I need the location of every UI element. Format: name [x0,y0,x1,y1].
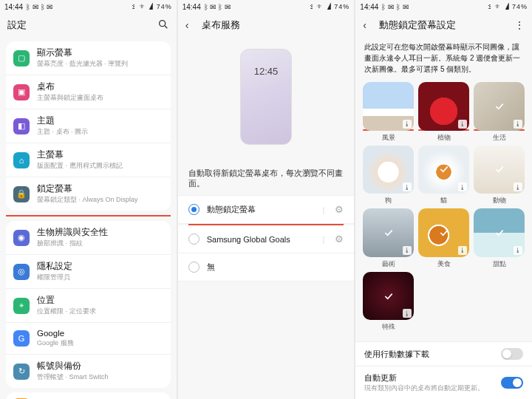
download-icon: ⭳ [458,183,467,191]
settings-row[interactable]: ▣桌布主螢幕與鎖定畫面桌布 [6,75,171,109]
more-icon[interactable]: ⋮ [514,19,525,31]
gear-icon[interactable]: ⚙ [335,204,344,215]
check-icon [493,163,506,176]
settings-row[interactable]: ↻帳號與備份管理帳號 · Smart Switch [6,354,171,388]
status-time: 14:44 [360,3,378,11]
search-icon[interactable] [157,18,169,33]
category-tile[interactable]: ⭳藝術 [363,208,414,269]
status-left-icons: ᛒ ✉ ᛒ ✉ [26,3,52,11]
settings-row[interactable]: ⌂主螢幕版面配置 · 應用程式圖示標記 [6,143,171,177]
tile-thumb[interactable]: ⭳ [418,82,469,131]
row-sub: Google 服務 [37,338,163,348]
auto-update-switch[interactable] [501,377,523,389]
wallpaper-option[interactable]: Samsung Global Goals|⚙ [178,225,355,253]
category-tile[interactable]: ⭳貓 [418,146,469,206]
highlight-line [6,215,171,216]
check-icon [437,163,451,176]
header: 設定 [0,13,177,37]
status-right-icons: ⟟ ᯤ ◢ 74% [132,3,172,10]
row-title: 桌布 [37,81,163,92]
row-icon: G [13,330,30,347]
mobile-data-row[interactable]: 使用行動數據下載 [355,341,532,366]
check-icon [437,226,451,239]
wallpaper-option[interactable]: 無 [178,253,355,282]
status-time: 14:44 [4,3,23,11]
tile-thumb[interactable]: ⭳ [474,82,525,131]
settings-row[interactable]: GGoogleGoogle 服務 [6,322,171,354]
row-sub: 主螢幕與鎖定畫面桌布 [37,93,163,103]
tile-caption: 動物 [493,196,506,205]
tile-thumb[interactable]: ⭳ [363,146,414,194]
auto-update-row[interactable]: 自動更新 現有類別內容中的桌布將自動定期更新。 [355,366,532,399]
download-icon: ⭳ [403,183,412,191]
settings-row[interactable]: 🔒鎖定螢幕螢幕鎖定類型 · Always On Display [6,177,171,211]
back-icon[interactable]: ‹ [363,19,375,31]
category-grid: ⭳風景⭳植物⭳生活⭳狗⭳貓⭳動物⭳藝術⭳美食⭳甜點⭳特殊 [355,82,532,332]
tile-thumb[interactable]: ⭳ [474,208,525,257]
settings-row[interactable]: ◎隱私設定權限管理員 [6,254,171,288]
settings-row[interactable]: ▢顯示螢幕螢幕亮度 · 藍光濾光器 · 導覽列 [6,41,171,75]
tile-caption: 特殊 [382,322,395,332]
row-icon: 🔒 [13,186,30,202]
tile-thumb[interactable]: ⭳ [474,146,525,194]
radio-icon[interactable] [188,233,200,245]
tile-thumb[interactable]: ⭳ [418,146,469,194]
category-tile[interactable]: ⭳特殊 [363,272,414,332]
download-icon: ⭳ [403,246,412,255]
header: ‹ 動態鎖定螢幕設定 ⋮ [355,13,532,37]
mobile-data-switch[interactable] [501,348,523,360]
header: ‹ 桌布服務 [178,13,355,37]
category-tile[interactable]: ⭳動物 [474,146,525,206]
tile-caption: 狗 [385,196,392,205]
row-icon: ↻ [13,364,30,380]
back-icon[interactable]: ‹ [185,19,197,31]
download-icon: ⭳ [403,309,412,318]
radio-icon[interactable] [188,262,200,273]
row-icon: ▣ [13,84,30,100]
category-tile[interactable]: ⭳植物 [418,82,469,143]
settings-row[interactable]: ◉生物辨識與安全性臉部辨識 · 指紋 [6,221,171,254]
row-title: 隱私設定 [37,261,163,272]
tile-thumb[interactable]: ⭳ [363,208,414,257]
wallpaper-option[interactable]: 動態鎖定螢幕|⚙ [178,195,355,224]
settings-row[interactable]: ◧主題主題 · 桌布 · 圖示 [6,109,171,143]
settings-row[interactable]: ⌖位置位置權限 · 定位要求 [6,288,171,322]
option-label: Samsung Global Goals [207,235,313,244]
row-title: 生物辨識與安全性 [37,227,163,238]
settings-card: ◉生物辨識與安全性臉部辨識 · 指紋◎隱私設定權限管理員⌖位置位置權限 · 定位… [6,221,171,388]
download-icon: ⭳ [458,120,467,129]
category-tile[interactable]: ⭳風景 [363,82,414,143]
panel-dynamic-lock: 14:44 ᛒ ✉ ᛒ ✉ ⟟ ᯤ ◢ 74% ‹ 動態鎖定螢幕設定 ⋮ 此設定… [355,0,532,399]
settings-list: ▢顯示螢幕螢幕亮度 · 藍光濾光器 · 導覽列▣桌布主螢幕與鎖定畫面桌布◧主題主… [0,37,177,399]
category-tile[interactable]: ⭳狗 [363,146,414,206]
tile-caption: 藝術 [382,259,395,269]
row-sub: 位置權限 · 定位要求 [37,307,163,316]
tile-thumb[interactable]: ⭳ [363,272,414,321]
row-title: 鎖定螢幕 [37,183,163,194]
settings-row[interactable]: ⊕進階功能 [6,392,171,399]
row-title: Google [37,329,163,338]
tile-caption: 生活 [493,133,506,143]
row-icon: ◎ [13,264,30,280]
gear-icon[interactable]: ⚙ [335,233,344,245]
page-title: 設定 [7,18,157,32]
download-icon: ⭳ [458,246,467,255]
tile-thumb[interactable]: ⭳ [363,82,414,131]
row-icon: ◉ [13,230,30,246]
row-title: 帳號與備份 [37,361,163,372]
status-time: 14:44 [183,3,201,11]
auto-update-label: 自動更新 [364,372,501,383]
category-tile[interactable]: ⭳甜點 [474,208,525,269]
tile-caption: 貓 [440,196,447,205]
radio-icon[interactable] [188,204,200,215]
status-left-icons: ᛒ ✉ ᛒ ✉ [204,3,231,11]
tile-thumb[interactable]: ⭳ [418,208,469,257]
status-bar: 14:44 ᛒ ✉ ᛒ ✉ ⟟ ᯤ ◢ 74% [355,0,532,13]
category-tile[interactable]: ⭳美食 [418,208,469,269]
category-tile[interactable]: ⭳生活 [474,82,525,143]
row-sub: 管理帳號 · Smart Switch [37,372,163,382]
mock-clock: 12:45 [254,66,279,77]
row-sub: 權限管理員 [37,273,163,282]
row-icon: ⌖ [13,298,30,314]
check-icon [382,226,395,239]
